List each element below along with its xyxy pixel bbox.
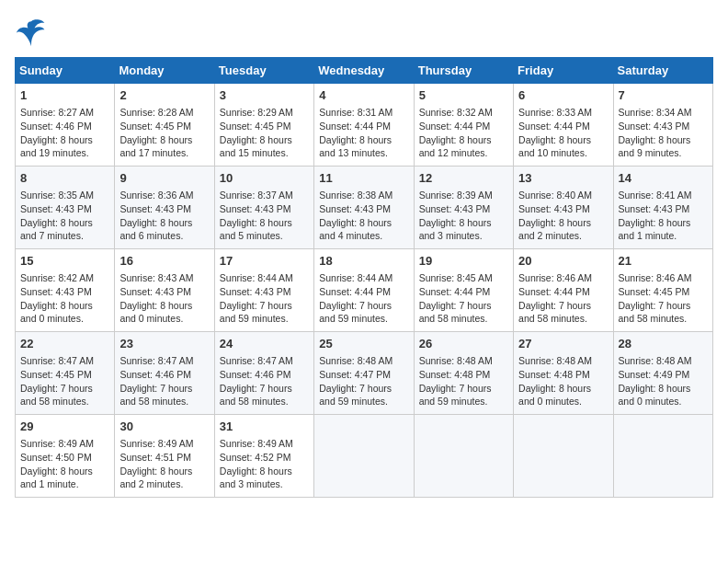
sunset-text: Sunset: 4:43 PM	[119, 202, 209, 216]
calendar-cell	[414, 415, 513, 498]
calendar-cell: 19Sunrise: 8:45 AMSunset: 4:44 PMDayligh…	[414, 249, 513, 332]
calendar-week-row: 15Sunrise: 8:42 AMSunset: 4:43 PMDayligh…	[16, 249, 713, 332]
daylight-text: Daylight: 8 hours and 7 minutes.	[20, 216, 109, 243]
calendar-cell: 7Sunrise: 8:34 AMSunset: 4:43 PMDaylight…	[613, 84, 712, 167]
daylight-text: Daylight: 8 hours and 12 minutes.	[419, 133, 508, 160]
daylight-text: Daylight: 7 hours and 59 minutes.	[220, 299, 309, 326]
calendar-cell: 28Sunrise: 8:48 AMSunset: 4:49 PMDayligh…	[613, 332, 712, 415]
daylight-text: Daylight: 7 hours and 58 minutes.	[20, 382, 109, 408]
sunset-text: Sunset: 4:44 PM	[419, 285, 508, 299]
sunrise-text: Sunrise: 8:39 AM	[419, 189, 508, 202]
day-number: 21	[619, 253, 708, 270]
calendar-table: SundayMondayTuesdayWednesdayThursdayFrid…	[15, 57, 713, 498]
daylight-text: Daylight: 8 hours and 0 minutes.	[20, 299, 109, 326]
sunrise-text: Sunrise: 8:45 AM	[419, 271, 508, 285]
sunrise-text: Sunrise: 8:41 AM	[619, 189, 708, 202]
day-number: 3	[220, 87, 309, 104]
day-header: Thursday	[414, 58, 513, 84]
sunset-text: Sunset: 4:51 PM	[119, 451, 209, 465]
calendar-cell	[613, 415, 712, 498]
daylight-text: Daylight: 8 hours and 6 minutes.	[119, 216, 209, 243]
day-number: 27	[518, 336, 608, 352]
day-number: 29	[20, 419, 109, 435]
day-number: 12	[419, 170, 508, 187]
daylight-text: Daylight: 8 hours and 4 minutes.	[319, 216, 408, 243]
sunset-text: Sunset: 4:43 PM	[319, 202, 408, 216]
sunset-text: Sunset: 4:44 PM	[319, 120, 408, 133]
calendar-cell: 23Sunrise: 8:47 AMSunset: 4:46 PMDayligh…	[115, 332, 214, 415]
calendar-cell: 16Sunrise: 8:43 AMSunset: 4:43 PMDayligh…	[115, 249, 214, 332]
sunset-text: Sunset: 4:44 PM	[319, 285, 408, 299]
day-header: Tuesday	[214, 58, 313, 84]
sunset-text: Sunset: 4:45 PM	[119, 120, 209, 133]
day-number: 10	[220, 170, 309, 187]
calendar-cell: 2Sunrise: 8:28 AMSunset: 4:45 PMDaylight…	[115, 84, 214, 167]
calendar-cell: 3Sunrise: 8:29 AMSunset: 4:45 PMDaylight…	[214, 84, 313, 167]
daylight-text: Daylight: 8 hours and 15 minutes.	[220, 133, 309, 160]
day-number: 8	[20, 170, 109, 187]
sunset-text: Sunset: 4:44 PM	[518, 120, 608, 133]
page-header	[15, 15, 713, 48]
day-number: 20	[518, 253, 608, 270]
sunset-text: Sunset: 4:43 PM	[220, 285, 309, 299]
day-number: 31	[220, 419, 309, 435]
calendar-cell: 29Sunrise: 8:49 AMSunset: 4:50 PMDayligh…	[16, 415, 115, 498]
sunrise-text: Sunrise: 8:48 AM	[419, 354, 508, 368]
sunset-text: Sunset: 4:52 PM	[220, 451, 309, 465]
day-number: 11	[319, 170, 408, 187]
daylight-text: Daylight: 7 hours and 59 minutes.	[319, 299, 408, 326]
day-number: 5	[419, 87, 508, 104]
sunset-text: Sunset: 4:43 PM	[619, 120, 708, 133]
sunrise-text: Sunrise: 8:46 AM	[619, 271, 708, 285]
calendar-week-row: 29Sunrise: 8:49 AMSunset: 4:50 PMDayligh…	[16, 415, 713, 498]
day-number: 2	[119, 87, 209, 104]
day-number: 4	[319, 87, 408, 104]
daylight-text: Daylight: 8 hours and 3 minutes.	[220, 465, 309, 491]
sunrise-text: Sunrise: 8:42 AM	[20, 271, 109, 285]
calendar-cell: 13Sunrise: 8:40 AMSunset: 4:43 PMDayligh…	[514, 167, 613, 249]
sunrise-text: Sunrise: 8:47 AM	[119, 354, 209, 368]
sunrise-text: Sunrise: 8:29 AM	[220, 106, 309, 120]
sunset-text: Sunset: 4:45 PM	[20, 368, 109, 382]
daylight-text: Daylight: 8 hours and 0 minutes.	[518, 382, 608, 408]
sunrise-text: Sunrise: 8:46 AM	[518, 271, 608, 285]
sunset-text: Sunset: 4:48 PM	[419, 368, 508, 382]
calendar-cell: 27Sunrise: 8:48 AMSunset: 4:48 PMDayligh…	[514, 332, 613, 415]
day-number: 6	[518, 87, 608, 104]
calendar-cell: 1Sunrise: 8:27 AMSunset: 4:46 PMDaylight…	[16, 84, 115, 167]
sunset-text: Sunset: 4:46 PM	[20, 120, 109, 133]
sunset-text: Sunset: 4:43 PM	[518, 202, 608, 216]
calendar-cell: 4Sunrise: 8:31 AMSunset: 4:44 PMDaylight…	[314, 84, 414, 167]
day-header: Friday	[514, 58, 613, 84]
sunrise-text: Sunrise: 8:33 AM	[518, 106, 608, 120]
calendar-cell: 31Sunrise: 8:49 AMSunset: 4:52 PMDayligh…	[214, 415, 313, 498]
day-number: 14	[619, 170, 708, 187]
sunset-text: Sunset: 4:43 PM	[619, 202, 708, 216]
day-header: Sunday	[16, 58, 115, 84]
daylight-text: Daylight: 8 hours and 1 minute.	[619, 216, 708, 243]
sunset-text: Sunset: 4:44 PM	[419, 120, 508, 133]
sunset-text: Sunset: 4:45 PM	[619, 285, 708, 299]
calendar-week-row: 22Sunrise: 8:47 AMSunset: 4:45 PMDayligh…	[16, 332, 713, 415]
logo	[15, 15, 51, 48]
day-number: 15	[20, 253, 109, 270]
calendar-cell	[514, 415, 613, 498]
calendar-cell: 22Sunrise: 8:47 AMSunset: 4:45 PMDayligh…	[16, 332, 115, 415]
day-header: Monday	[115, 58, 214, 84]
sunset-text: Sunset: 4:50 PM	[20, 451, 109, 465]
calendar-cell: 8Sunrise: 8:35 AMSunset: 4:43 PMDaylight…	[16, 167, 115, 249]
sunrise-text: Sunrise: 8:44 AM	[220, 271, 309, 285]
sunrise-text: Sunrise: 8:38 AM	[319, 189, 408, 202]
sunset-text: Sunset: 4:46 PM	[119, 368, 209, 382]
day-number: 1	[20, 87, 109, 104]
calendar-cell: 25Sunrise: 8:48 AMSunset: 4:47 PMDayligh…	[314, 332, 414, 415]
calendar-cell: 12Sunrise: 8:39 AMSunset: 4:43 PMDayligh…	[414, 167, 513, 249]
sunrise-text: Sunrise: 8:43 AM	[119, 271, 209, 285]
day-number: 13	[518, 170, 608, 187]
sunrise-text: Sunrise: 8:49 AM	[119, 437, 209, 451]
daylight-text: Daylight: 8 hours and 9 minutes.	[619, 133, 708, 160]
calendar-cell: 6Sunrise: 8:33 AMSunset: 4:44 PMDaylight…	[514, 84, 613, 167]
calendar-cell: 11Sunrise: 8:38 AMSunset: 4:43 PMDayligh…	[314, 167, 414, 249]
daylight-text: Daylight: 8 hours and 17 minutes.	[119, 133, 209, 160]
sunset-text: Sunset: 4:43 PM	[220, 202, 309, 216]
